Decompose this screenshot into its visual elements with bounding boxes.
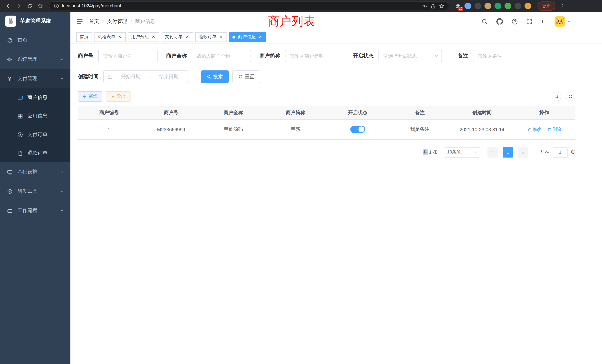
tab-merchant-info[interactable]: 商户信息✕ (229, 32, 266, 42)
sidebar-item-payment[interactable]: ¥ 支付管理 (0, 69, 70, 88)
help-icon[interactable] (512, 18, 518, 25)
col-full-name: 商户全称 (202, 106, 265, 119)
bookmark-star-icon[interactable] (439, 3, 444, 9)
close-icon[interactable]: ✕ (117, 34, 122, 40)
end-date-placeholder[interactable]: 结束日期 (153, 73, 184, 80)
sidebar-item-pay-order[interactable]: 支付订单 (0, 125, 70, 144)
home-button[interactable] (36, 1, 45, 10)
site-info-icon[interactable] (54, 3, 59, 9)
full-name-input[interactable] (192, 50, 251, 62)
share-icon[interactable] (430, 3, 436, 9)
sidebar-item-refund-order[interactable]: 退款订单 (0, 144, 70, 162)
search-button[interactable]: 搜索 (201, 70, 229, 83)
edit-link[interactable]: 修改 (527, 126, 541, 132)
fullscreen-icon[interactable] (526, 19, 532, 24)
total-suffix: 条 (433, 149, 438, 155)
hamburger-icon[interactable] (70, 18, 89, 25)
tab-label: 商户信息 (238, 34, 256, 40)
cell-full-name: 芋道源码 (202, 119, 265, 139)
toggle-search-button[interactable] (552, 92, 561, 101)
filter-full-name: 商户全称 (166, 50, 251, 62)
sidebar-item-devtools[interactable]: 研发工具 (0, 182, 70, 201)
chevron-down-icon (60, 189, 64, 193)
sidebar-item-home[interactable]: 首页 (0, 30, 70, 50)
tab-home[interactable]: 首页 (76, 32, 92, 42)
back-button[interactable] (4, 1, 13, 10)
extension-icon-1[interactable] (464, 3, 471, 9)
github-icon[interactable] (496, 18, 503, 25)
search-icon[interactable] (482, 18, 488, 25)
breadcrumb-home[interactable]: 首页 (89, 18, 99, 25)
remark-input[interactable] (473, 50, 535, 62)
add-button[interactable]: 新增 (78, 91, 102, 102)
tab-process-form[interactable]: 流程表单✕ (94, 32, 126, 42)
breadcrumb-payment: 支付管理 (107, 18, 127, 25)
short-name-input[interactable] (285, 50, 344, 62)
chevron-down-icon (60, 57, 64, 61)
page-1-button[interactable]: 1 (503, 147, 513, 157)
create-time-range-picker[interactable]: 开始日期 - 结束日期 (103, 70, 188, 83)
user-menu[interactable] (555, 16, 571, 27)
prev-page-button[interactable] (487, 147, 498, 157)
sidebar-item-system[interactable]: 系统管理 (0, 50, 70, 69)
extension-icon-6[interactable] (515, 3, 521, 9)
refresh-table-button[interactable] (566, 92, 575, 101)
sidebar-item-infra[interactable]: 基础设施 (0, 162, 70, 182)
address-bar[interactable]: localhost:1024/pay/merchant (49, 1, 449, 10)
status-toggle[interactable] (350, 126, 365, 133)
col-status: 开启状态 (327, 106, 389, 119)
search-icon (207, 75, 211, 79)
chevron-down-icon (60, 170, 64, 174)
browser-chrome: localhost:1024/pay/merchant 10 更新 ⋮ (0, 0, 602, 12)
browser-update-button[interactable]: 更新 (538, 1, 555, 11)
forward-button[interactable] (14, 1, 23, 10)
tab-label: 退款订单 (199, 34, 216, 40)
download-icon (111, 94, 115, 98)
tab-user-group[interactable]: 用户分组✕ (128, 32, 159, 42)
yen-icon: ¥ (7, 75, 13, 82)
font-size-icon[interactable]: TT (541, 18, 546, 25)
page-content: 商户号 商户全称 商户简称 开启状态 请选择开启状态 (70, 43, 602, 364)
merchant-no-input[interactable] (98, 50, 158, 62)
page-size-select[interactable]: 10条/页 (444, 147, 480, 157)
extension-icon-2[interactable] (474, 3, 481, 9)
avatar-caret-icon (567, 20, 571, 23)
extensions-puzzle-icon[interactable]: 10 (455, 3, 461, 9)
field-label: 创建时间 (78, 73, 99, 80)
close-icon[interactable]: ✕ (151, 34, 156, 40)
sidebar-item-workflow[interactable]: 工作流程 (0, 201, 70, 220)
browser-menu-icon[interactable]: ⋮ (560, 3, 565, 9)
close-icon[interactable]: ✕ (185, 34, 190, 40)
pagination-total: 共 1 条 (423, 149, 438, 156)
breadcrumb-separator: / (102, 19, 104, 24)
sidebar-item-label: 支付订单 (27, 131, 47, 138)
tab-pay-order[interactable]: 支付订单✕ (162, 32, 193, 42)
reload-button[interactable] (25, 1, 34, 10)
filter-row-2: 创建时间 开始日期 - 结束日期 搜索 重置 (78, 70, 575, 83)
password-key-icon[interactable] (422, 3, 427, 9)
close-icon[interactable]: ✕ (258, 34, 263, 40)
close-icon[interactable]: ✕ (218, 34, 224, 40)
status-select[interactable]: 请选择开启状态 (378, 50, 442, 62)
extension-icon-4[interactable] (494, 3, 501, 9)
sidebar-item-label: 首页 (17, 37, 27, 43)
trash-icon (547, 127, 551, 131)
next-page-button[interactable] (518, 147, 528, 157)
annotation-title: 商户列表 (268, 13, 315, 30)
export-button[interactable]: 导出 (106, 91, 130, 102)
goto-page-input[interactable] (553, 147, 568, 157)
tab-label: 支付订单 (165, 34, 183, 40)
reset-button[interactable]: 重置 (232, 70, 260, 83)
logo[interactable]: 芋道管理系统 (0, 12, 70, 30)
sidebar-item-app-info[interactable]: 应用信息 (0, 107, 70, 125)
active-tab-dot (232, 35, 235, 38)
screenshot-root: localhost:1024/pay/merchant 10 更新 ⋮ (0, 0, 602, 364)
start-date-placeholder[interactable]: 开始日期 (116, 73, 146, 80)
extension-icon-5[interactable] (505, 3, 511, 9)
extension-icon-7[interactable] (525, 3, 531, 9)
delete-link[interactable]: 删除 (547, 126, 561, 132)
tab-refund-order[interactable]: 退款订单✕ (195, 32, 227, 42)
extension-icon-3[interactable] (484, 3, 491, 9)
sidebar-item-merchant-info[interactable]: 商户信息 (0, 88, 70, 107)
url-text: localhost:1024/pay/merchant (62, 3, 419, 9)
